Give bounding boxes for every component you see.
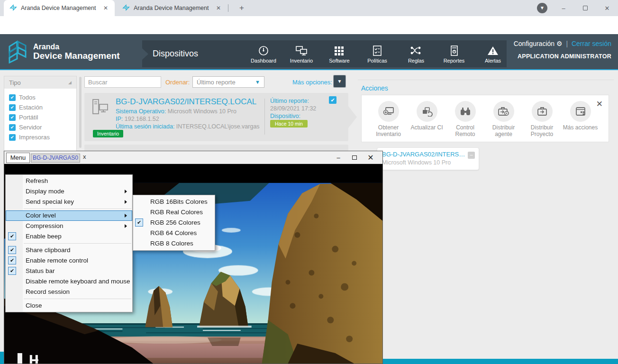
submenu-item-rgb-256[interactable]: ✔RGB 256 Colores	[133, 218, 215, 228]
browser-tab-2[interactable]: Aranda Device Management ✕	[117, 0, 227, 16]
more-options-button[interactable]: ▼	[333, 75, 346, 88]
header-accent-line	[0, 69, 618, 70]
filter-item-servidor[interactable]: ✔Servidor	[4, 122, 76, 132]
rules-flow-icon	[402, 40, 430, 56]
tab-close-icon[interactable]: ✕	[214, 4, 223, 12]
filter-item-impresoras[interactable]: ✔Impresoras	[4, 132, 76, 142]
filter-item-todos[interactable]: ✔Todos	[4, 92, 76, 102]
remote-window-titlebar[interactable]: Menu BG-D-JVARGAS0 x – ✕	[4, 151, 382, 164]
app-logo[interactable]: Aranda Device Management	[7, 40, 120, 64]
nav-item-politicas[interactable]: Políticas	[364, 40, 391, 67]
action-actualizar-ci[interactable]: Actualizar CI	[408, 101, 446, 137]
sort-dropdown[interactable]: Último reporte ▼	[192, 76, 264, 88]
chevron-down-icon: ▼	[255, 79, 260, 85]
nav-item-inventario[interactable]: Inventario	[288, 40, 315, 67]
search-box[interactable]	[84, 76, 161, 88]
submenu-item-rgb-real[interactable]: RGB Real Colores	[133, 207, 215, 218]
checkbox-checked-icon[interactable]: ✔	[9, 104, 16, 111]
menu-item-status-bar[interactable]: ✔Status bar	[6, 266, 132, 276]
remote-desktop-view[interactable]: Refresh Display mode Send special key Co…	[4, 164, 382, 364]
browser-update-icon[interactable]: ▼	[537, 3, 547, 13]
filter-group-header[interactable]: Tipo ◢	[4, 76, 76, 89]
menu-item-display-mode[interactable]: Display mode	[6, 186, 132, 197]
filter-item-estacion[interactable]: ✔Estación	[4, 102, 76, 112]
gear-icon[interactable]: ⚙	[556, 40, 563, 47]
action-obtener-inventario[interactable]: Obtener Inventario	[369, 101, 408, 137]
submenu-arrow-icon	[125, 224, 127, 228]
remote-control-binoculars-icon	[455, 101, 476, 122]
browser-tab-strip: Aranda Device Management ✕ Aranda Device…	[0, 0, 618, 16]
remote-minimize-button[interactable]: –	[330, 154, 346, 161]
reports-server-icon	[440, 40, 468, 56]
device-card[interactable]: BG-D-JVARGAS02/INTERSEQ.LOCAL Sistema Op…	[84, 93, 348, 141]
checkbox-checked-icon[interactable]: ✔	[9, 134, 16, 141]
submenu-item-rgb-64[interactable]: RGB 64 Colores	[133, 228, 215, 238]
checkmark-icon: ✔	[8, 256, 16, 264]
device-name[interactable]: BG-D-JVARGAS02/INTERSEQ.LOCAL	[116, 97, 256, 107]
nav-item-reglas[interactable]: Reglas	[402, 40, 430, 67]
menu-item-refresh[interactable]: Refresh	[6, 176, 132, 186]
remote-control-window[interactable]: Menu BG-D-JVARGAS0 x – ✕	[4, 151, 383, 364]
submenu-item-rgb-8[interactable]: RGB 8 Colores	[133, 238, 215, 249]
remote-menu-button[interactable]: Menu	[6, 153, 30, 163]
remote-session-card[interactable]: BG-D-JVARGAS02/INTERSEQ.LO... Microsoft …	[377, 147, 479, 170]
sort-label: Ordenar:	[165, 79, 190, 86]
nav-item-dashboard[interactable]: Dashboard	[250, 40, 277, 67]
submenu-item-rgb-16bits[interactable]: RGB 16Bits Colores	[133, 197, 215, 207]
sort-selected-value: Último reporte	[197, 79, 236, 86]
logout-link[interactable]: Cerrar sesión	[572, 40, 611, 47]
update-ci-icon	[417, 101, 437, 122]
menu-item-disable-remote-keyboard[interactable]: Disable remote keyboard and mouse	[6, 276, 132, 287]
checkbox-checked-icon[interactable]: ✔	[9, 114, 16, 121]
policies-checklist-icon	[364, 40, 391, 56]
ip-value: 192.168.1.52	[125, 116, 159, 122]
menu-item-color-level[interactable]: Color level	[6, 210, 132, 221]
last-session-label: Última sesión iniciada:	[116, 123, 174, 130]
actions-close-icon[interactable]: ✕	[596, 99, 603, 109]
menu-item-compression[interactable]: Compression	[6, 221, 132, 231]
sidebar-scrollbar[interactable]	[79, 77, 82, 148]
color-level-submenu: RGB 16Bits Colores RGB Real Colores ✔RGB…	[133, 195, 215, 251]
config-link[interactable]: Configuración	[514, 40, 554, 47]
menu-separator	[24, 243, 131, 244]
menu-item-enable-remote-control[interactable]: ✔Enable remote control	[6, 255, 132, 266]
action-control-remoto[interactable]: Control Remoto	[446, 101, 484, 137]
nav-item-software[interactable]: Software	[326, 40, 353, 67]
menu-item-share-clipboard[interactable]: ✔Share clipboard	[6, 245, 132, 255]
checkmark-icon: ✔	[8, 232, 16, 240]
next-device-card-partial[interactable]	[84, 145, 348, 151]
menu-item-record-session[interactable]: Record session	[6, 287, 132, 297]
remote-maximize-button[interactable]	[346, 154, 363, 161]
action-distribuir-proyecto[interactable]: Distribuir Proyecto	[523, 101, 561, 137]
menu-item-close[interactable]: Close	[6, 300, 132, 311]
last-session-value: INTERSEQ.LOCAL\jose.vargas	[176, 123, 260, 130]
tab-close-icon[interactable]: ✕	[101, 4, 110, 12]
remote-close-button[interactable]: ✕	[363, 153, 379, 162]
filter-item-portatil[interactable]: ✔Portátil	[4, 112, 76, 122]
minimize-button[interactable]: –	[553, 5, 574, 12]
new-tab-button[interactable]: +	[236, 2, 247, 14]
close-button[interactable]: ✕	[596, 5, 618, 12]
action-mas-acciones[interactable]: Más acciones	[561, 101, 600, 137]
device-checkbox[interactable]: ✔	[329, 96, 336, 104]
checkbox-checked-icon[interactable]: ✔	[9, 124, 16, 131]
nav-item-alertas[interactable]: Alertas	[479, 40, 507, 67]
tab-separator	[228, 4, 228, 12]
search-input[interactable]	[85, 79, 172, 86]
nav-item-reportes[interactable]: Reportes	[440, 40, 468, 67]
menu-item-send-special-key[interactable]: Send special key	[6, 197, 132, 207]
session-minimize-button[interactable]: –	[468, 152, 475, 159]
aranda-favicon-icon	[9, 4, 17, 12]
checkbox-checked-icon[interactable]: ✔	[9, 94, 16, 101]
dashboard-gauge-icon	[250, 40, 277, 56]
remote-device-tab[interactable]: BG-D-JVARGAS0	[31, 154, 80, 163]
browser-tab-1[interactable]: Aranda Device Management ✕	[4, 0, 115, 16]
restore-button[interactable]	[574, 5, 596, 12]
logo-line1: Aranda	[33, 43, 120, 51]
tab-title: Aranda Device Management	[134, 5, 214, 11]
action-distribuir-agente[interactable]: Distribuir agente	[484, 101, 523, 137]
submenu-arrow-icon	[125, 190, 127, 193]
remote-tab-close-icon[interactable]: x	[83, 153, 86, 160]
menu-item-enable-beep[interactable]: ✔Enable beep	[6, 231, 132, 242]
menu-separator	[24, 299, 131, 299]
